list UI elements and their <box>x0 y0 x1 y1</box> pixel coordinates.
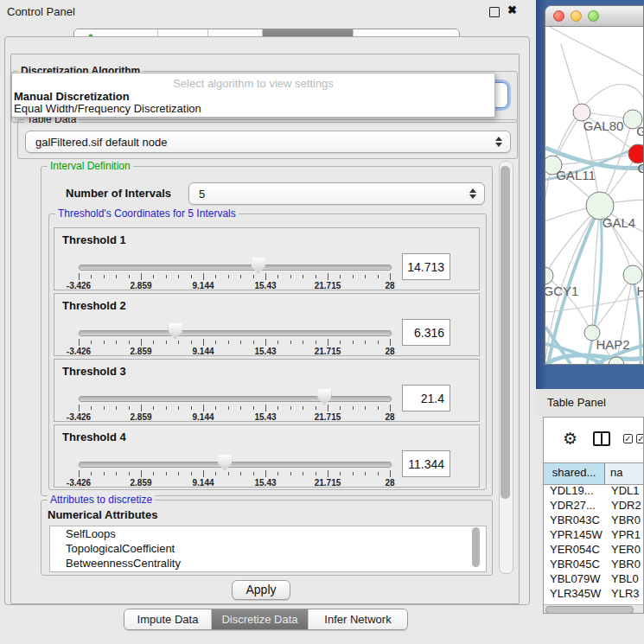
algorithm-popup: Select algorithm to view settings Manual… <box>11 73 495 118</box>
apply-button[interactable]: Apply <box>232 580 290 600</box>
tick-label: 28 <box>385 478 394 488</box>
tick-label: 15.43 <box>254 478 276 488</box>
tick-mark <box>303 472 303 475</box>
attribute-item[interactable]: TopologicalCoefficient <box>50 541 486 556</box>
slider-track[interactable] <box>79 265 392 271</box>
tab-discretize-data[interactable]: Discretize Data <box>211 609 308 629</box>
table-row[interactable]: YER054CYER0 <box>544 542 643 557</box>
tick-mark <box>253 472 254 475</box>
close-traffic-light[interactable] <box>553 10 564 22</box>
slider-thumb[interactable] <box>317 389 331 405</box>
tick-label: 2.859 <box>130 478 151 488</box>
tick-mark <box>79 405 80 411</box>
gear-icon[interactable]: ⚙ <box>563 430 577 447</box>
main-scrollbar-thumb[interactable] <box>501 166 510 499</box>
threshold-label: Threshold 3 <box>62 365 126 378</box>
tick-mark <box>129 341 130 344</box>
close-icon[interactable]: ✖ <box>507 3 517 16</box>
threshold-label: Threshold 4 <box>62 430 126 443</box>
checkbox-icon[interactable] <box>623 434 633 443</box>
app-root: Control Panel ✖ Network Style Select Cyn… <box>0 0 644 644</box>
slider-ticks <box>79 470 390 477</box>
table-data-combo[interactable]: galFiltered.sif default node <box>25 131 511 153</box>
table-cell: YER0 <box>605 542 643 557</box>
tick-mark <box>265 405 266 411</box>
tick-mark <box>116 472 117 475</box>
table-row[interactable]: YLR345WYLR3 <box>544 586 643 601</box>
tick-mark <box>141 339 142 346</box>
float-window-icon[interactable] <box>489 7 500 17</box>
tick-label: 28 <box>385 347 394 356</box>
threshold-value-field[interactable]: 21.4 <box>402 385 450 411</box>
table-cell: YBR045C <box>544 557 605 571</box>
threshold-panel: Threshold 4 -3.4262.8599.14415.4321.7152… <box>54 424 480 488</box>
slider-thumb[interactable] <box>252 258 265 274</box>
num-intervals-label: Number of Intervals <box>66 187 171 200</box>
table-row[interactable]: YBR045CYBR0 <box>544 557 643 571</box>
tick-mark <box>316 406 316 410</box>
table-hscrollbar-thumb[interactable] <box>545 606 634 614</box>
tab-impute-data[interactable]: Impute Data <box>124 609 211 629</box>
tick-mark <box>215 341 216 344</box>
table-row[interactable]: YPR145WYPR1 <box>544 527 643 542</box>
num-intervals-combo[interactable]: 5 <box>188 182 485 205</box>
tick-mark <box>166 472 167 475</box>
table-hscrollbar[interactable] <box>544 604 643 614</box>
slider-track[interactable] <box>79 330 392 336</box>
column-header-shared-name[interactable]: shared... <box>544 463 605 484</box>
slider-track[interactable] <box>79 462 392 468</box>
slider-track[interactable] <box>79 396 392 402</box>
attribute-item[interactable]: BetweennessCentrality <box>50 556 486 571</box>
tick-mark <box>340 275 341 278</box>
popup-item-manual[interactable]: Manual Discretization <box>14 90 130 103</box>
table-row[interactable]: YDL19...YDL1 <box>544 483 643 498</box>
attributes-scrollbar-thumb[interactable] <box>472 527 480 567</box>
popup-item-equal-width[interactable]: Equal Width/Frequency Discretization <box>14 102 201 115</box>
split-pane-icon[interactable] <box>593 431 610 446</box>
tick-mark <box>365 275 366 278</box>
tick-mark <box>240 341 241 344</box>
minimize-traffic-light[interactable] <box>571 10 582 22</box>
numerical-attributes-list: SelfLoopsTopologicalCoefficientBetweenne… <box>49 526 487 572</box>
threshold-value-field[interactable]: 14.713 <box>402 253 450 280</box>
network-node[interactable] <box>623 265 642 284</box>
slider-thumb[interactable] <box>218 455 232 471</box>
slider-tick-labels: -3.4262.8599.14415.4321.71528 <box>79 412 390 423</box>
checkbox-icon[interactable] <box>636 434 644 443</box>
tick-mark <box>290 275 291 278</box>
tab-infer-network[interactable]: Infer Network <box>308 609 407 629</box>
tick-mark <box>316 275 316 278</box>
tick-mark <box>290 406 291 410</box>
tick-mark <box>129 275 130 278</box>
table-row[interactable]: YBL079WYBL0 <box>544 571 643 586</box>
column-header-name[interactable]: na <box>605 463 643 484</box>
attributes-scrollbar[interactable] <box>471 527 482 569</box>
tick-mark <box>378 472 379 475</box>
group-title: Threshold's Coordinates for 5 Intervals <box>55 207 239 220</box>
zoom-traffic-light[interactable] <box>588 10 599 22</box>
attribute-item[interactable]: SelfLoops <box>50 526 486 541</box>
table-row[interactable]: YDR27...YDR2 <box>544 498 643 513</box>
tick-label: 21.715 <box>315 412 341 422</box>
tick-mark <box>153 341 154 344</box>
tick-mark <box>91 275 92 278</box>
table-panel: ⚙ shared... na YDL19...YDL1YDR27...YDR2Y… <box>543 417 644 614</box>
tick-mark <box>340 406 341 410</box>
slider-tick-labels: -3.4262.8599.14415.4321.71528 <box>79 281 390 291</box>
network-canvas[interactable]: GAL80GACGAL11GAL4GCY1HHAP2 <box>545 27 643 364</box>
tick-mark <box>228 341 229 344</box>
tick-mark <box>328 339 328 346</box>
table-row[interactable]: YBR043CYBR0 <box>544 513 643 527</box>
tick-mark <box>253 275 254 278</box>
threshold-value-field[interactable]: 6.316 <box>402 319 450 346</box>
spinner-arrows-icon <box>469 188 476 199</box>
tab-label: Discretize Data <box>221 613 297 626</box>
tick-mark <box>91 341 92 344</box>
tick-mark <box>353 406 354 410</box>
main-scrollbar[interactable] <box>499 161 513 574</box>
threshold-value-field[interactable]: 11.344 <box>402 450 450 477</box>
slider-thumb[interactable] <box>169 323 182 340</box>
network-window-titlebar[interactable] <box>545 6 643 27</box>
tick-mark <box>390 470 391 477</box>
tick-mark <box>191 341 192 344</box>
